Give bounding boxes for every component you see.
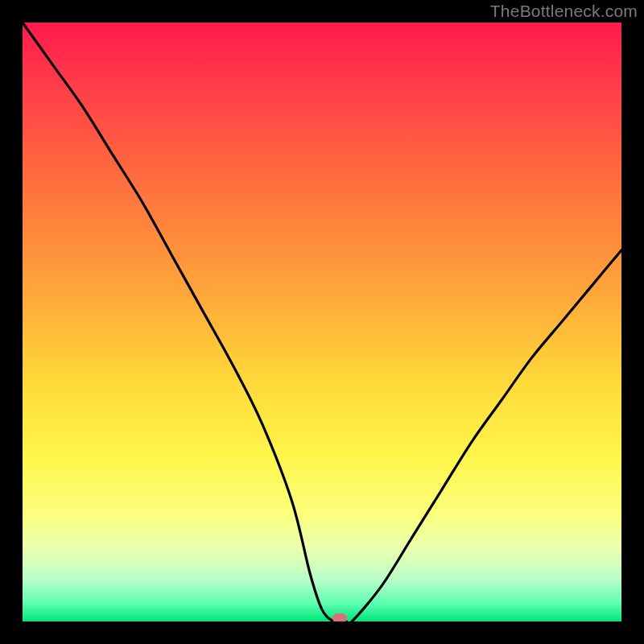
chart-frame: TheBottleneck.com bbox=[0, 0, 644, 644]
attribution-text: TheBottleneck.com bbox=[490, 2, 638, 21]
bottleneck-curve bbox=[23, 23, 621, 621]
minimum-marker bbox=[332, 613, 347, 621]
plot-area bbox=[23, 23, 621, 621]
